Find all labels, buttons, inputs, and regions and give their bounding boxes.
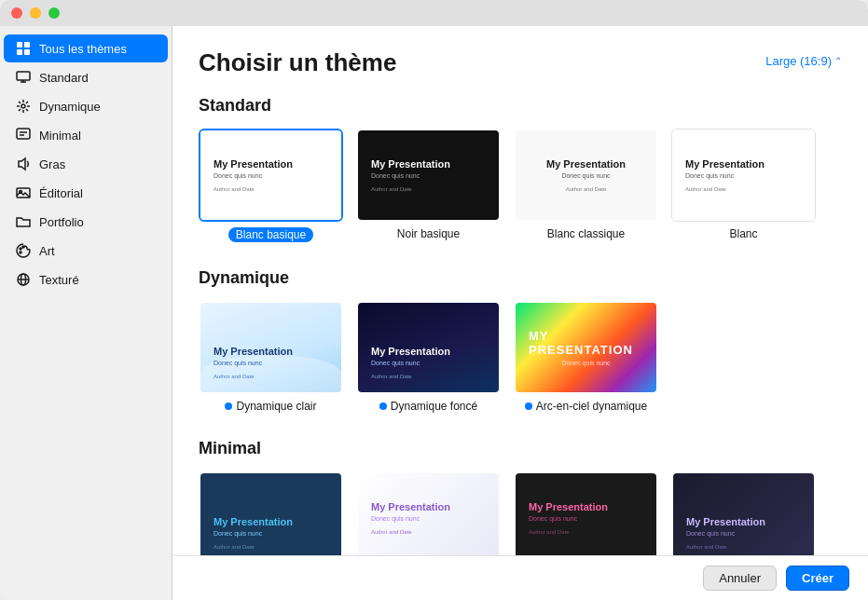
svg-marker-11 [19,158,25,170]
bubble-icon [15,127,32,143]
slide-subtitle: Donec quis nunc [214,360,328,366]
footer: Annuler Créer [172,555,868,600]
theme-thumb-couleur-basique: My Presentation Donec quis nunc Author a… [199,471,343,565]
slide-dynamique-clair: My Presentation Donec quis nunc Author a… [200,303,341,392]
dot-dynamique-fonce [379,402,387,410]
svg-rect-0 [17,42,22,48]
sidebar-item-standard-label: Standard [39,71,89,85]
slide-subtitle: Donec quis nunc [214,530,328,537]
sidebar: Tous les thèmes Standard Dynamique [0,26,172,600]
dynamique-theme-grid: My Presentation Donec quis nunc Author a… [199,301,842,413]
section-title-minimal: Minimal [199,439,842,458]
slide-title: My Presentation [214,158,328,170]
slide-author: Author and Date [685,186,802,192]
slide-title: My Presentation [529,501,643,512]
theme-thumb-blanc-basique: My Presentation Donec quis nunc Author a… [199,129,343,222]
svg-rect-8 [17,129,30,139]
dot-arc-en-ciel [525,402,532,410]
theme-label-blanc-classique: Blanc classique [547,227,625,240]
svg-rect-1 [24,42,30,48]
size-label: Large (16:9) [765,54,832,68]
slide-author: Author and Date [214,186,328,192]
sidebar-item-dynamique[interactable]: Dynamique [4,92,168,120]
sidebar-item-gras-label: Gras [39,157,65,171]
sidebar-item-gras[interactable]: Gras [4,150,168,178]
theme-thumb-degrade-clair: My Presentation Donec quis nunc Author a… [356,471,501,565]
slide-subtitle: Donec quis nunc [529,515,643,522]
slide-author: Author and Date [566,186,607,192]
slide-degrade-clair: My Presentation Donec quis nunc Author a… [358,473,499,563]
slide-degrade: My Presentation Donec quis nunc Author a… [673,473,814,563]
slide-author: Author and Date [529,529,643,535]
sidebar-item-portfolio[interactable]: Portfolio [4,208,168,236]
slide-subtitle: Donec quis nunc [371,172,486,179]
section-title-standard: Standard [199,96,842,116]
theme-blanc-basique[interactable]: My Presentation Donec quis nunc Author a… [199,129,343,242]
theme-thumb-dynamique-clair: My Presentation Donec quis nunc Author a… [199,301,343,394]
theme-arc-en-ciel[interactable]: My Presentation Donec quis nunc Arc-en-c… [514,301,658,413]
app-container: Tous les thèmes Standard Dynamique [0,26,868,600]
main-header: Choisir un thème Large (16:9) ⌃ [199,48,842,77]
texture-icon [15,271,32,288]
svg-rect-2 [17,49,22,55]
theme-dynamique-clair[interactable]: My Presentation Donec quis nunc Author a… [199,301,343,413]
sidebar-item-tous-label: Tous les thèmes [39,42,127,56]
theme-label-dynamique-fonce: Dynamique foncé [379,400,477,413]
sidebar-item-editorial-label: Éditorial [39,186,83,200]
theme-thumb-degrade-couleur: My Presentation Donec quis nunc Author a… [514,471,658,565]
speaker-icon [15,156,32,172]
close-button[interactable] [11,7,22,19]
size-selector[interactable]: Large (16:9) ⌃ [765,54,842,68]
svg-rect-4 [17,72,30,80]
slide-author: Author and Date [214,544,328,550]
slide-subtitle: Donec quis nunc [371,360,486,366]
theme-thumb-degrade: My Presentation Donec quis nunc Author a… [671,471,816,565]
minimize-button[interactable] [30,7,41,19]
sidebar-item-standard[interactable]: Standard [4,63,168,91]
theme-noir-basique[interactable]: My Presentation Donec quis nunc Author a… [356,129,501,242]
slide-arc-en-ciel: My Presentation Donec quis nunc [516,303,656,392]
sidebar-item-portfolio-label: Portfolio [39,215,84,229]
theme-thumb-blanc: My Presentation Donec quis nunc Author a… [671,129,816,222]
slide-dynamique-fonce: My Presentation Donec quis nunc Author a… [358,303,499,392]
sidebar-item-tous[interactable]: Tous les thèmes [4,34,168,62]
theme-dynamique-fonce[interactable]: My Presentation Donec quis nunc Author a… [356,301,501,413]
dot-dynamique-clair [225,402,232,410]
slide-title: My Presentation [214,516,328,527]
slide-title: My Presentation [546,158,626,170]
slide-author: Author and Date [214,374,328,379]
sidebar-item-texture-label: Texturé [39,273,79,287]
slide-blanc-basique: My Presentation Donec quis nunc Author a… [200,130,341,220]
grid-icon [15,40,32,57]
svg-point-14 [20,248,21,250]
slide-subtitle: Donec quis nunc [686,530,801,537]
create-button[interactable]: Créer [786,566,849,591]
sidebar-item-art[interactable]: Art [4,237,168,265]
theme-thumb-blanc-classique: My Presentation Donec quis nunc Author a… [514,129,658,222]
slide-title: My Presentation [214,346,328,357]
svg-rect-3 [24,49,30,55]
chevron-icon: ⌃ [834,56,842,66]
cancel-button[interactable]: Annuler [703,566,777,591]
photo-icon [15,184,32,201]
slide-degrade-couleur: My Presentation Donec quis nunc Author a… [516,473,656,563]
slide-title: My Presentation [371,346,486,357]
theme-label-blanc: Blanc [729,227,757,240]
maximize-button[interactable] [48,7,60,19]
sidebar-item-texture[interactable]: Texturé [4,266,168,293]
theme-label-dynamique-clair: Dynamique clair [225,400,316,413]
sidebar-item-minimal[interactable]: Minimal [4,121,168,149]
theme-label-arc-en-ciel: Arc-en-ciel dynamique [525,400,647,413]
theme-blanc-classique[interactable]: My Presentation Donec quis nunc Author a… [514,129,658,242]
theme-thumb-dynamique-fonce: My Presentation Donec quis nunc Author a… [356,301,501,394]
sidebar-item-art-label: Art [39,244,55,258]
slide-blanc-classique: My Presentation Donec quis nunc Author a… [516,130,656,220]
slide-author: Author and Date [371,186,486,192]
sidebar-item-minimal-label: Minimal [39,129,81,143]
sidebar-item-editorial[interactable]: Éditorial [4,179,168,207]
palette-icon [15,242,32,259]
svg-point-16 [20,252,21,253]
slide-subtitle: Donec quis nunc [685,172,802,179]
section-title-dynamique: Dynamique [199,268,842,288]
theme-blanc[interactable]: My Presentation Donec quis nunc Author a… [671,129,816,242]
